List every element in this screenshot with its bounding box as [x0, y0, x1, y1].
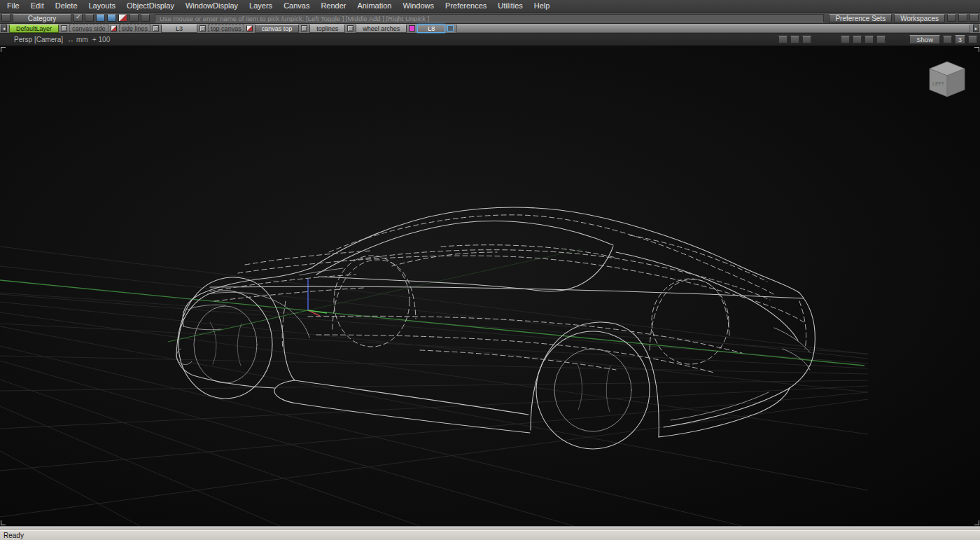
sketch-pencil-icon[interactable]	[118, 14, 127, 22]
viewport-corner-handle[interactable]	[1, 520, 6, 525]
snap-magnet-icon[interactable]	[130, 14, 139, 22]
menu-layers[interactable]: Layers	[244, 0, 278, 13]
viewport-corner-handle[interactable]	[974, 520, 979, 525]
layer-bar-empty-track[interactable]	[456, 25, 970, 33]
pane-quad-icon[interactable]	[864, 36, 874, 43]
x-axis-line	[0, 280, 864, 366]
menu-objectdisplay[interactable]: ObjectDisplay	[121, 0, 180, 13]
menu-utilities[interactable]: Utilities	[492, 0, 528, 13]
window-maximize-icon[interactable]	[968, 36, 977, 43]
pane-expand-icon[interactable]	[876, 36, 886, 43]
grid-size-value: 100	[99, 36, 111, 43]
menu-render[interactable]: Render	[315, 0, 351, 13]
units-arrows-icon: ↔	[67, 36, 74, 43]
menu-animation[interactable]: Animation	[352, 0, 398, 13]
layer-canvas-top-button[interactable]: canvas top	[255, 25, 300, 33]
pick-object-icon[interactable]	[85, 14, 94, 22]
history-icon[interactable]	[947, 14, 956, 22]
window-minimize-icon[interactable]	[943, 36, 952, 43]
view-cube-face-label: LEFT	[932, 81, 945, 86]
car-wireframe	[176, 207, 815, 449]
layer-scroll-left-button[interactable]: ◂	[1, 25, 7, 32]
prompt-toolbar: Category Use mouse or enter name of item…	[0, 13, 980, 24]
canvas-side-paint-icon[interactable]	[111, 25, 117, 32]
curve-edit-icon[interactable]	[107, 14, 116, 22]
show-menu-button[interactable]: Show	[909, 35, 940, 44]
menu-preferences[interactable]: Preferences	[440, 0, 492, 13]
layer-wheel-arches-button[interactable]: wheel arches	[356, 25, 407, 33]
layer-checkbox[interactable]	[153, 25, 159, 32]
wheel-arches-color-swatch[interactable]	[409, 25, 415, 32]
layer-side-lines-chip[interactable]: side lines	[119, 25, 151, 32]
prompt-line-input[interactable]: Use mouse or enter name of item to pick …	[155, 14, 824, 22]
camera-icon[interactable]	[778, 36, 788, 43]
dock-icon[interactable]	[969, 14, 979, 22]
viewport-header: Persp [Camera] ↔ mm + 100 Show 3	[0, 34, 980, 46]
viewport-corner-handle[interactable]	[974, 47, 979, 52]
menu-canvas[interactable]: Canvas	[278, 0, 315, 13]
preference-sets-button[interactable]: Preference Sets	[829, 14, 892, 22]
layer-defaultlayer-button[interactable]: DefaultLayer	[9, 25, 59, 33]
layer-checkbox[interactable]	[301, 25, 307, 32]
shelf-grid-icon[interactable]	[1, 14, 10, 22]
menu-layouts[interactable]: Layouts	[83, 0, 122, 13]
ground-grid	[0, 247, 868, 526]
pane-split-icon[interactable]	[853, 36, 862, 43]
menu-file[interactable]: File	[1, 0, 25, 13]
viewport-title[interactable]: Persp [Camera]	[14, 36, 63, 43]
snap-grid-icon[interactable]	[141, 14, 150, 22]
pane-single-icon[interactable]	[841, 36, 850, 43]
grid-crosshair-icon: +	[92, 36, 97, 43]
layer-checkbox[interactable]	[61, 25, 67, 32]
layer-checkbox[interactable]	[200, 25, 206, 32]
workspaces-button[interactable]: Workspaces	[894, 14, 945, 22]
l8-color-swatch[interactable]	[447, 25, 454, 32]
zoom-magnifier-icon[interactable]	[802, 36, 811, 43]
view-cube[interactable]: LEFT	[930, 62, 965, 97]
menu-windows[interactable]: Windows	[397, 0, 440, 13]
menu-delete[interactable]: Delete	[50, 0, 83, 13]
layer-l8-button[interactable]: L8	[417, 25, 445, 33]
menu-help[interactable]: Help	[528, 0, 556, 13]
image-plane-icon[interactable]	[790, 36, 799, 43]
menu-edit[interactable]: Edit	[25, 0, 50, 13]
viewport-canvas: LEFT	[0, 46, 980, 526]
menu-windowdisplay[interactable]: WindowDisplay	[180, 0, 244, 13]
status-bar: Ready	[0, 530, 980, 540]
category-button[interactable]: Category	[13, 14, 71, 22]
layer-l3-button[interactable]: L3	[161, 25, 197, 33]
layer-canvas-side-chip[interactable]: canvas side	[69, 25, 108, 32]
viewport-units-label: mm	[76, 36, 88, 43]
origin-axis-triad	[308, 279, 327, 316]
menu-bar: File Edit Delete Layouts ObjectDisplay W…	[0, 0, 980, 13]
alias-application-window: File Edit Delete Layouts ObjectDisplay W…	[0, 0, 980, 540]
viewport-corner-handle[interactable]	[1, 47, 6, 52]
status-text: Ready	[4, 532, 24, 539]
view-number-button[interactable]: 3	[955, 35, 965, 44]
layer-checkbox[interactable]	[347, 25, 354, 32]
top-canvas-paint-icon[interactable]	[246, 25, 253, 32]
layer-bar: ◂ DefaultLayer canvas side side lines L3…	[0, 24, 980, 34]
layer-toplines-button[interactable]: toplines	[309, 25, 345, 33]
curve-tool-icon[interactable]	[96, 14, 105, 22]
layer-scroll-right-button[interactable]: ▸	[973, 25, 979, 32]
move-panel-icon[interactable]	[958, 14, 967, 22]
perspective-viewport[interactable]: LEFT	[0, 46, 980, 526]
pick-toggle-icon[interactable]	[74, 14, 83, 22]
layer-top-canvas-chip[interactable]: top canvas	[208, 25, 244, 32]
